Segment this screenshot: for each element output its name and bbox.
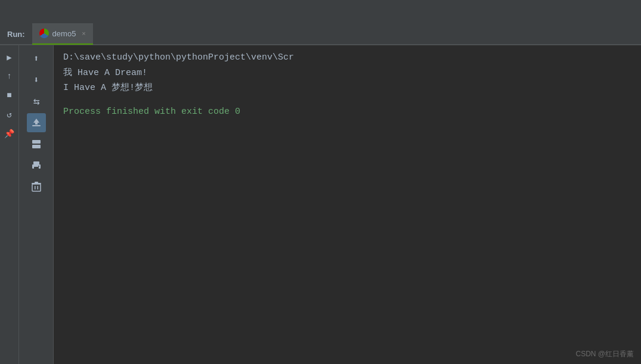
wrap-button[interactable]: ⇄ bbox=[27, 92, 46, 111]
svg-rect-3 bbox=[32, 145, 41, 148]
run-button[interactable]: ▶ bbox=[1, 49, 18, 66]
left-toolbar: ▶ ↑ ■ ↺ 📌 bbox=[0, 45, 19, 364]
stop-button[interactable]: ■ bbox=[1, 87, 18, 104]
run-label: Run: bbox=[0, 30, 32, 39]
scroll-bottom-button[interactable]: ⬇ bbox=[27, 70, 46, 89]
svg-rect-4 bbox=[33, 161, 39, 164]
top-bar bbox=[0, 0, 641, 24]
svg-rect-10 bbox=[37, 186, 38, 189]
output-panel: D:\save\study\python\pythonProject\venv\… bbox=[54, 45, 641, 364]
watermark: CSDN @红日香薰 bbox=[575, 349, 634, 359]
output-process-line: Process finished with exit code 0 bbox=[63, 104, 631, 120]
svg-rect-6 bbox=[34, 167, 39, 169]
svg-rect-9 bbox=[35, 186, 36, 189]
print-button[interactable] bbox=[27, 156, 46, 175]
python-icon bbox=[39, 29, 49, 38]
output-line-1: 我 Have A Dream! bbox=[63, 66, 631, 81]
scroll-up-button[interactable]: ↑ bbox=[1, 68, 18, 85]
rerun-button[interactable]: ↺ bbox=[1, 106, 18, 123]
scroll-top-button[interactable]: ⬆ bbox=[27, 49, 46, 68]
download-button[interactable] bbox=[27, 113, 46, 132]
demo5-tab[interactable]: demo5 × bbox=[32, 23, 93, 45]
split-button[interactable] bbox=[27, 135, 46, 154]
output-path-line: D:\save\study\python\pythonProject\venv\… bbox=[63, 50, 631, 66]
delete-button[interactable] bbox=[27, 178, 46, 197]
svg-point-7 bbox=[38, 166, 39, 167]
svg-rect-2 bbox=[32, 140, 41, 144]
output-line-2: I Have A 梦想!梦想 bbox=[63, 80, 631, 96]
tab-title: demo5 bbox=[52, 29, 76, 38]
tab-bar: Run: demo5 × bbox=[0, 24, 641, 45]
tab-close-button[interactable]: × bbox=[82, 30, 85, 37]
svg-rect-12 bbox=[35, 182, 38, 183]
main-area: ▶ ↑ ■ ↺ 📌 ⬆ ⬇ ⇄ bbox=[0, 45, 641, 364]
pin-button[interactable]: 📌 bbox=[1, 125, 18, 142]
svg-rect-0 bbox=[32, 125, 41, 126]
output-spacer bbox=[63, 96, 631, 104]
svg-marker-1 bbox=[33, 119, 39, 125]
secondary-toolbar: ⬆ ⬇ ⇄ bbox=[19, 45, 54, 364]
svg-rect-8 bbox=[32, 184, 41, 191]
